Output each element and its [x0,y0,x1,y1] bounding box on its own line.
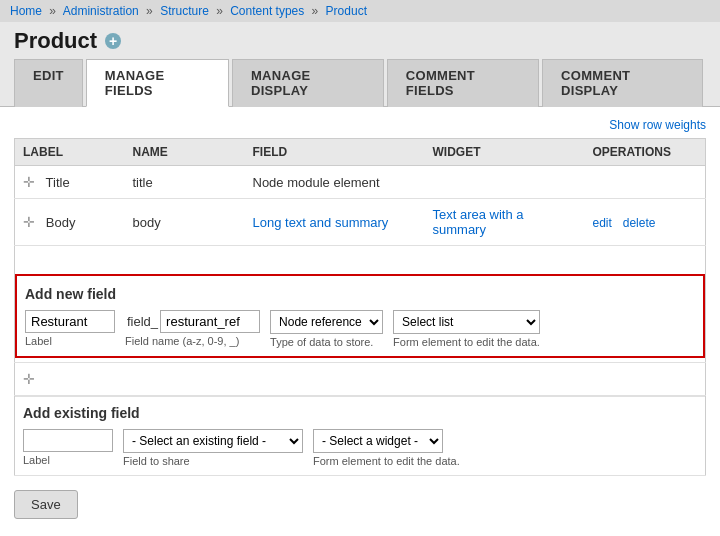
table-row: ✛ Title title Node module element [15,166,706,199]
th-operations: OPERATIONS [585,139,706,166]
tab-edit[interactable]: EDIT [14,59,83,107]
breadcrumb-product[interactable]: Product [326,4,367,18]
field-type-body-link[interactable]: Long text and summary [253,215,389,230]
tabs-bar: EDIT MANAGE FIELDS MANAGE DISPLAY COMMEN… [0,58,720,107]
tab-comment-display[interactable]: COMMENT DISPLAY [542,59,703,107]
new-field-name-col: field_ Field name (a-z, 0-9, _) [125,310,260,347]
new-field-widget-select[interactable]: Select list Autocomplete Checkboxes [393,310,540,334]
field-name-title: title [125,166,245,199]
existing-label-col: Label [23,429,113,466]
sep1: » [49,4,56,18]
new-field-name-input[interactable] [160,310,260,333]
new-field-widget-col: Select list Autocomplete Checkboxes Form… [393,310,540,348]
show-weights-link-container: Show row weights [14,117,706,132]
existing-field-select[interactable]: - Select an existing field - [123,429,303,453]
add-new-field-row: ✛ Add new field Label [15,246,706,363]
new-field-name-hint: Field name (a-z, 0-9, _) [125,335,260,347]
fields-table: LABEL NAME FIELD WIDGET OPERATIONS ✛ Tit… [14,138,706,476]
existing-widget-select[interactable]: - Select a widget - [313,429,443,453]
existing-widget-col: - Select a widget - Form element to edit… [313,429,460,467]
page-title: Product [14,28,97,54]
new-field-widget-hint: Form element to edit the data. [393,336,540,348]
page-header: Product + [0,22,720,58]
new-field-type-col: Node reference Text Integer Float Boolea… [270,310,383,348]
new-field-label-hint: Label [25,335,115,347]
field-label-body: Body [46,215,76,230]
sep3: » [216,4,223,18]
table-header-row: LABEL NAME FIELD WIDGET OPERATIONS [15,139,706,166]
existing-field-label-input[interactable] [23,429,113,452]
field-prefix: field_ [125,311,160,332]
new-field-type-select[interactable]: Node reference Text Integer Float Boolea… [270,310,383,334]
existing-widget-hint: Form element to edit the data. [313,455,460,467]
field-widget-body-link[interactable]: Text area with a summary [433,207,524,237]
breadcrumb-content-types[interactable]: Content types [230,4,304,18]
breadcrumb: Home » Administration » Structure » Cont… [0,0,720,22]
field-label-title: Title [46,175,70,190]
existing-label-hint: Label [23,454,113,466]
new-field-label-col: Label [25,310,115,347]
content-area: Show row weights LABEL NAME FIELD WIDGET… [0,107,720,536]
sep2: » [146,4,153,18]
body-delete-link[interactable]: delete [623,216,656,230]
tab-comment-fields[interactable]: COMMENT FIELDS [387,59,539,107]
th-name: NAME [125,139,245,166]
add-existing-field-row: Add existing field Label - Select an exi… [15,396,706,476]
add-new-field-title: Add new field [25,286,695,302]
field-name-wrapper: field_ [125,310,260,333]
body-edit-link[interactable]: edit [593,216,612,230]
table-row: ✛ Body body Long text and summary Text a… [15,199,706,246]
th-widget: WIDGET [425,139,585,166]
save-button[interactable]: Save [14,490,78,519]
breadcrumb-home[interactable]: Home [10,4,42,18]
drag-handle-title[interactable]: ✛ [23,174,35,190]
add-existing-field-title: Add existing field [23,405,697,421]
existing-field-col: - Select an existing field - Field to sh… [123,429,303,467]
tab-manage-fields[interactable]: MANAGE FIELDS [86,59,229,107]
spacer-drag-row: ✛ [15,363,706,396]
sep4: » [312,4,319,18]
add-existing-row-inputs: Label - Select an existing field - Field… [23,429,697,467]
breadcrumb-admin[interactable]: Administration [63,4,139,18]
field-type-title: Node module element [245,166,425,199]
new-field-label-input[interactable] [25,310,115,333]
existing-field-hint: Field to share [123,455,303,467]
field-widget-title [425,166,585,199]
breadcrumb-structure[interactable]: Structure [160,4,209,18]
field-name-body: body [125,199,245,246]
th-label: LABEL [15,139,125,166]
add-new-field-row-inputs: Label field_ Field name (a-z, 0-9, _) [25,310,695,348]
tab-manage-display[interactable]: MANAGE DISPLAY [232,59,384,107]
add-existing-field-section: Add existing field Label - Select an exi… [15,396,705,475]
drag-handle-existing[interactable]: ✛ [23,371,35,387]
add-content-type-icon[interactable]: + [105,33,121,49]
new-field-type-hint: Type of data to store. [270,336,383,348]
drag-handle-body[interactable]: ✛ [23,214,35,230]
save-area: Save [14,490,706,529]
add-new-field-section: Add new field Label field_ [15,274,705,358]
show-weights-link[interactable]: Show row weights [609,118,706,132]
th-field: FIELD [245,139,425,166]
field-ops-title [585,166,706,199]
